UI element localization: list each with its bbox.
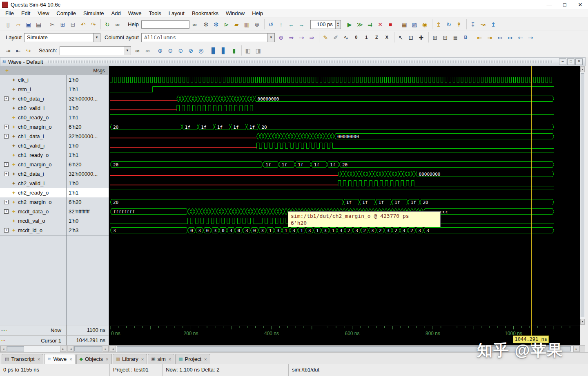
tab-close-icon[interactable]: × — [204, 357, 207, 362]
signal-row-ch2_margin_o[interactable]: +✦ch2_margin_o — [0, 197, 66, 207]
left-justify-button[interactable]: ◧ — [243, 45, 253, 56]
environment-back-button[interactable]: ← — [286, 19, 296, 29]
wave-hscrollbar[interactable]: ◂ ▸ — [109, 345, 580, 352]
chevron-down-icon[interactable]: ▾ — [124, 47, 131, 55]
tab-close-icon[interactable]: × — [141, 357, 144, 362]
goto-up-button[interactable]: ↥ — [488, 19, 499, 29]
memory-profile-button[interactable]: ▨ — [410, 19, 420, 29]
menu-file[interactable]: File — [2, 9, 18, 18]
panel-close-button[interactable]: ✕ — [575, 58, 583, 65]
wave-vertical-scrollbar[interactable]: ▴ ▾ — [580, 66, 585, 325]
menu-edit[interactable]: Edit — [18, 9, 34, 18]
zoom-cursor-button[interactable]: ◎ — [196, 45, 206, 56]
wave-group-button[interactable]: ≣ — [450, 32, 461, 43]
signal-row-clk_i[interactable]: +✦clk_i — [0, 75, 66, 85]
tab-close-icon[interactable]: × — [69, 357, 72, 362]
search-input-wrap[interactable]: ▾ — [60, 46, 131, 55]
show-grid-button[interactable]: ▊ — [209, 45, 219, 56]
expand-toggle-icon[interactable]: + — [4, 209, 9, 214]
expand-toggle-icon[interactable]: + — [4, 162, 9, 167]
print-button[interactable]: ▤ — [33, 19, 44, 29]
simulate-options-button[interactable]: ⊚ — [252, 19, 262, 29]
tab-transcript[interactable]: ▤Transcript× — [2, 354, 43, 364]
signal-row-mcdt_id_o[interactable]: +✦mcdt_id_o — [0, 226, 66, 235]
performance-profile-button[interactable]: ▦ — [399, 19, 410, 29]
insert-cursor-button[interactable]: ⇥ — [3, 45, 13, 56]
refresh-view-button[interactable]: ↻ — [444, 19, 454, 29]
optimize-button[interactable]: ▰ — [232, 19, 242, 29]
signal-row-ch1_data_i[interactable]: +✦ch1_data_i — [0, 132, 66, 141]
break-button[interactable]: ✕ — [375, 19, 385, 29]
goto-down-button[interactable]: ↧ — [468, 19, 478, 29]
compile-button[interactable]: ✻ — [201, 19, 211, 29]
add-selected-to-wave-button[interactable]: ⊕ — [276, 32, 286, 43]
menu-help[interactable]: Help — [248, 9, 267, 18]
add-to-log-button[interactable]: ⇛ — [307, 32, 317, 43]
signal-row-ch1_margin_o[interactable]: +✦ch1_margin_o — [0, 160, 66, 169]
redo-button[interactable]: ↷ — [88, 19, 98, 29]
prev-fall-button[interactable]: ⇠ — [515, 32, 526, 43]
hscroll-thumb[interactable] — [74, 346, 102, 351]
expand-toggle-icon[interactable]: + — [4, 172, 9, 176]
cursor-lock-icon[interactable]: ▪ — [3, 339, 4, 342]
expand-toggle-icon[interactable]: + — [4, 96, 9, 101]
show-markers-button[interactable]: ▋ — [219, 45, 229, 56]
restore-button[interactable]: □ — [557, 0, 572, 9]
signal-row-ch0_valid_i[interactable]: +✦ch0_valid_i — [0, 103, 66, 113]
signal-row-rstn_i[interactable]: +✦rstn_i — [0, 85, 66, 94]
run-length-spinner[interactable]: ▲▼ — [335, 20, 341, 29]
columnlayout-select[interactable]: AllColumns ▾ — [141, 33, 275, 42]
new-document-button[interactable]: ▯ — [3, 19, 13, 29]
open-folder-button[interactable]: ▱ — [13, 19, 23, 29]
zoom-full-button[interactable]: ⊙ — [176, 45, 186, 56]
panel-drag-handle[interactable] — [48, 60, 553, 63]
cursor-time-box[interactable]: 1044.291 ns — [513, 336, 549, 343]
tab-library[interactable]: ▥Library× — [113, 354, 147, 364]
examine-button[interactable]: ◉ — [420, 19, 430, 29]
hscroll-track[interactable] — [116, 346, 573, 352]
timebar-icon[interactable]: ▪ — [1, 329, 2, 332]
hscroll-track[interactable] — [74, 346, 102, 352]
clock-define-button[interactable]: ∿ — [341, 32, 351, 43]
tab-sim[interactable]: ▣sim× — [148, 354, 174, 364]
scroll-right-button[interactable]: ▸ — [102, 346, 109, 352]
find-button[interactable]: ∞ — [112, 19, 122, 29]
expand-toggle-icon[interactable]: + — [4, 134, 9, 139]
run-all-button[interactable]: ⇉ — [365, 19, 375, 29]
panel-minimize-button[interactable]: – — [559, 58, 566, 65]
bookmark-b-button[interactable]: B — [461, 32, 471, 43]
menu-tools[interactable]: Tools — [145, 9, 165, 18]
zoom-out-button[interactable]: ⊖ — [165, 45, 176, 56]
tail-left-button[interactable]: ⇤ — [474, 32, 485, 43]
prev-transition-button[interactable]: ↤ — [495, 32, 505, 43]
menu-wave[interactable]: Wave — [125, 9, 145, 18]
zoom-mode-button[interactable]: ⊡ — [406, 32, 416, 43]
signal-row-ch1_ready_o[interactable]: +✦ch1_ready_o — [0, 150, 66, 160]
timebar-icon[interactable]: ▪ — [5, 329, 7, 332]
scroll-down-button[interactable]: ▾ — [580, 319, 585, 325]
scroll-left-button[interactable]: ◂ — [0, 346, 7, 352]
find-next-edge-button[interactable]: ↟ — [454, 19, 464, 29]
close-button[interactable]: ✕ — [572, 0, 588, 9]
vscroll-track[interactable] — [580, 72, 585, 319]
values-hscrollbar[interactable]: ◂ ▸ — [67, 345, 109, 352]
tab-close-icon[interactable]: × — [38, 357, 40, 362]
menu-compile[interactable]: Compile — [53, 9, 80, 18]
signal-row-ch0_margin_o[interactable]: +✦ch0_margin_o — [0, 122, 66, 132]
vscroll-thumb[interactable] — [581, 73, 584, 317]
time-ruler[interactable]: 0 ns200 ns400 ns600 ns800 ns1000 ns — [109, 325, 580, 345]
timebar-icon[interactable]: ▪ — [3, 329, 4, 332]
zoom-in-button[interactable]: ⊕ — [155, 45, 165, 56]
expand-toggle-icon[interactable]: + — [4, 125, 9, 129]
help-search-button[interactable]: ∞ — [189, 19, 200, 29]
paste-button[interactable]: ⊟ — [68, 19, 78, 29]
refresh-button[interactable]: ↻ — [102, 19, 112, 29]
menu-window[interactable]: Window — [222, 9, 248, 18]
menu-add[interactable]: Add — [108, 9, 125, 18]
wave-expand-button[interactable]: ⊞ — [430, 32, 440, 43]
run-length-field[interactable]: 100 ps ▲▼ — [310, 20, 341, 29]
signal-row-ch0_data_i[interactable]: +✦ch0_data_i — [0, 94, 66, 103]
tab-objects[interactable]: ◆Objects× — [76, 354, 112, 364]
signal-row-ch2_data_i[interactable]: +✦ch2_data_i — [0, 169, 66, 179]
tail-right-button[interactable]: ⇥ — [485, 32, 495, 43]
